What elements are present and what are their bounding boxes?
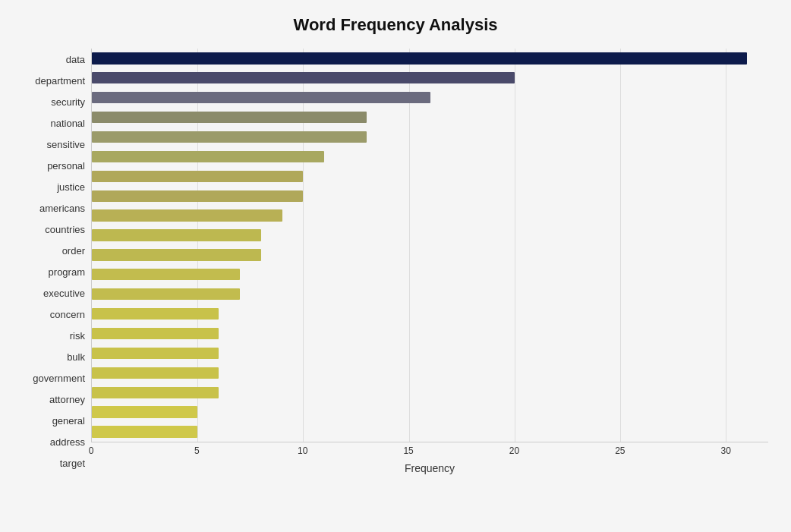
bar [92, 269, 240, 280]
bar [92, 308, 219, 320]
y-label: concern [50, 310, 85, 320]
y-label: security [51, 97, 85, 107]
bar [92, 387, 219, 398]
bar [92, 151, 324, 162]
bar-row [92, 402, 768, 422]
bar [92, 288, 240, 300]
x-tick: 15 [403, 445, 413, 456]
bar [92, 112, 367, 123]
y-label: personal [47, 161, 85, 171]
x-axis: 051015202530 [91, 442, 768, 458]
bar [92, 171, 303, 182]
x-tick: 5 [194, 445, 200, 456]
bar-row [92, 265, 768, 285]
bars-and-xaxis: 051015202530 Frequency [91, 49, 768, 474]
y-label: americans [39, 203, 85, 213]
bar-row [92, 88, 768, 108]
bar-row [92, 382, 768, 402]
bar-row [92, 245, 768, 265]
bar [92, 131, 367, 143]
bar [92, 328, 219, 339]
bar-row [92, 344, 768, 364]
bar [92, 52, 747, 64]
bar-row [92, 186, 768, 206]
bar [92, 190, 303, 202]
chart-area: datadepartmentsecuritynationalsensitivep… [23, 49, 768, 474]
y-label: target [60, 458, 85, 468]
bar-row [92, 166, 768, 186]
y-label: executive [43, 288, 85, 298]
y-label: general [52, 416, 85, 426]
y-label: sensitive [46, 140, 85, 150]
bar [92, 367, 219, 379]
y-label: data [66, 55, 85, 65]
bar-row [92, 127, 768, 147]
bar-row [92, 108, 768, 127]
x-tick: 25 [615, 445, 625, 456]
y-label: department [35, 76, 85, 86]
y-label: address [50, 437, 85, 447]
bar [92, 92, 430, 103]
bar [92, 249, 261, 260]
bar [92, 426, 197, 437]
x-axis-label: Frequency [91, 462, 768, 474]
bar [92, 72, 515, 83]
bar-row [92, 147, 768, 167]
x-tick: 20 [509, 445, 519, 456]
y-label: government [33, 373, 85, 383]
x-tick: 0 [89, 445, 94, 456]
bar-row [92, 363, 768, 382]
bar-row [92, 285, 768, 304]
bar-row [92, 206, 768, 225]
bar-row [92, 304, 768, 324]
y-label: order [62, 246, 85, 256]
bar-row [92, 225, 768, 245]
y-axis: datadepartmentsecuritynationalsensitivep… [23, 49, 91, 474]
y-label: justice [57, 182, 85, 192]
y-label: countries [45, 225, 85, 235]
bar [92, 406, 197, 417]
bar [92, 348, 219, 359]
y-label: risk [70, 331, 85, 341]
y-label: national [50, 118, 85, 128]
y-label: program [49, 267, 85, 277]
bar-row [92, 422, 768, 442]
y-label: attorney [49, 395, 85, 405]
x-tick: 30 [721, 445, 731, 456]
bar [92, 229, 261, 241]
bar-row [92, 68, 768, 88]
chart-container: Word Frequency Analysis datadepartmentse… [0, 0, 791, 532]
bars-area [91, 49, 768, 442]
x-tick: 10 [298, 445, 307, 456]
bar-row [92, 324, 768, 344]
bar [92, 209, 282, 221]
chart-title: Word Frequency Analysis [23, 15, 768, 35]
bar-row [92, 49, 768, 68]
y-label: bulk [67, 352, 85, 362]
